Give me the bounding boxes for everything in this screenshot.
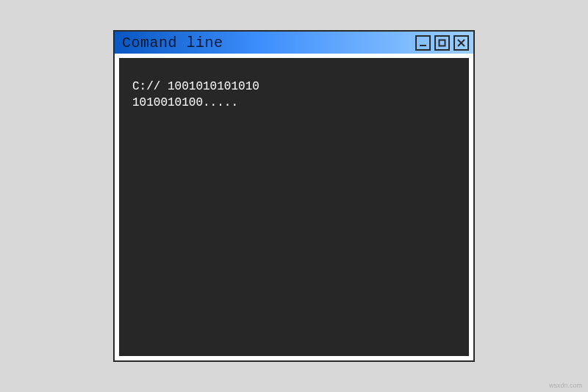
titlebar[interactable]: Comand line — [115, 32, 473, 54]
minimize-icon — [418, 38, 428, 48]
command-line-window: Comand line C:// 1001010101010 10100 — [113, 30, 475, 362]
window-title: Comand line — [122, 35, 223, 51]
close-icon — [456, 38, 466, 48]
maximize-button[interactable] — [434, 35, 450, 51]
window-controls — [415, 35, 469, 51]
terminal-content[interactable]: C:// 1001010101010 1010010100..... — [119, 58, 469, 356]
terminal-line-2: 1010010100..... — [132, 95, 456, 111]
watermark: wsxdn.com — [549, 382, 582, 389]
minimize-button[interactable] — [415, 35, 431, 51]
close-button[interactable] — [453, 35, 469, 51]
maximize-icon — [437, 38, 447, 48]
terminal-line-1: C:// 1001010101010 — [132, 79, 456, 95]
svg-rect-1 — [440, 40, 445, 46]
